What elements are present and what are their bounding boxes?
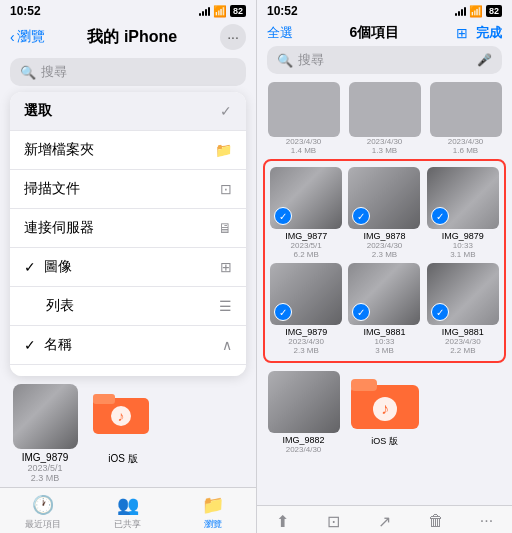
- left-thumb-ios: ♪: [91, 384, 156, 449]
- selected-size-5: 3 MB: [375, 346, 394, 355]
- selected-file-6[interactable]: ✓ IMG_9881 2023/4/30 2.2 MB: [426, 263, 500, 355]
- selected-size-1: 6.2 MB: [293, 250, 318, 259]
- tab-browse[interactable]: 📁 瀏覽: [171, 494, 256, 531]
- check-overlay-3: ✓: [431, 207, 449, 225]
- search-bar-left[interactable]: 🔍 搜尋: [10, 58, 246, 86]
- selected-file-2[interactable]: ✓ IMG_9878 2023/4/30 2.3 MB: [347, 167, 421, 259]
- more-icon: ···: [480, 512, 493, 530]
- search-placeholder-left: 搜尋: [41, 63, 67, 81]
- menu-item-connect[interactable]: 連接伺服器 🖥: [10, 209, 246, 248]
- top-file-3[interactable]: 2023/4/30 1.6 MB: [427, 82, 504, 155]
- status-icons-left: 📶 82: [199, 5, 246, 18]
- selected-size-2: 2.3 MB: [372, 250, 397, 259]
- more-button[interactable]: ···: [220, 24, 246, 50]
- time-left: 10:52: [10, 4, 41, 18]
- left-file-img9879[interactable]: IMG_9879 2023/5/1 2.3 MB: [10, 384, 80, 483]
- left-file-ios[interactable]: ♪ iOS 版: [88, 384, 158, 483]
- status-bar-left: 10:52 📶 82: [0, 0, 256, 20]
- check-overlay-1: ✓: [274, 207, 292, 225]
- left-thumb-img9879: [13, 384, 78, 449]
- move-icon: ↗: [378, 512, 391, 531]
- top-file-1-size: 1.4 MB: [291, 146, 316, 155]
- grid-view-icon[interactable]: ⊞: [456, 25, 468, 41]
- tab-shared[interactable]: 👥 已共享: [85, 494, 170, 531]
- selected-file-4[interactable]: ✓ IMG_9879 2023/4/30 2.3 MB: [269, 263, 343, 355]
- toolbar-delete[interactable]: 🗑: [410, 512, 461, 531]
- svg-text:♪: ♪: [117, 408, 124, 424]
- menu-item-type[interactable]: 種類: [10, 365, 246, 376]
- circle-check-icon: ✓: [220, 103, 232, 119]
- top-file-2-size: 1.3 MB: [372, 146, 397, 155]
- top-file-1[interactable]: 2023/4/30 1.4 MB: [265, 82, 342, 155]
- right-bottom-file-1[interactable]: IMG_9882 2023/4/30: [265, 371, 342, 454]
- menu-new-folder-label: 新增檔案夾: [24, 141, 215, 159]
- right-toolbar: ⬆ ⊡ ↗ 🗑 ···: [257, 505, 512, 533]
- check-overlay-2: ✓: [352, 207, 370, 225]
- right-bottom-file-ios[interactable]: ♪ iOS 版: [346, 371, 423, 454]
- menu-item-list[interactable]: 列表 ☰: [10, 287, 246, 326]
- left-file-name-img9879: IMG_9879: [22, 452, 69, 463]
- search-icon-right: 🔍: [277, 53, 293, 68]
- toolbar-share[interactable]: ⬆: [257, 512, 308, 531]
- battery-icon: 82: [230, 5, 246, 17]
- left-header: ‹ 瀏覽 我的 iPhone ···: [0, 20, 256, 56]
- search-icon-left: 🔍: [20, 65, 36, 80]
- menu-item-name[interactable]: ✓ 名稱 ∧: [10, 326, 246, 365]
- chevron-left-icon: ‹: [10, 29, 15, 45]
- mic-icon: 🎤: [477, 53, 492, 67]
- right-bottom-thumb-ios: ♪: [349, 371, 421, 433]
- search-bar-right[interactable]: 🔍 搜尋 🎤: [267, 46, 502, 74]
- toolbar-move[interactable]: ↗: [359, 512, 410, 531]
- top-file-3-size: 1.6 MB: [453, 146, 478, 155]
- menu-image-label: 圖像: [44, 258, 220, 276]
- copy-icon: ⊡: [327, 512, 340, 531]
- selected-file-1[interactable]: ✓ IMG_9877 2023/5/1 6.2 MB: [269, 167, 343, 259]
- menu-item-select[interactable]: 選取 ✓: [10, 92, 246, 131]
- selected-date-3: 10:33: [453, 241, 473, 250]
- left-bottom-files: IMG_9879 2023/5/1 2.3 MB ♪ iOS 版: [0, 376, 256, 487]
- selected-file-5[interactable]: ✓ IMG_9881 10:33 3 MB: [347, 263, 421, 355]
- right-bottom-thumb-1: [268, 371, 340, 433]
- folder-icon-svg-right: ♪: [349, 371, 421, 433]
- menu-item-new-folder[interactable]: 新增檔案夾 📁: [10, 131, 246, 170]
- tab-recent[interactable]: 🕐 最近項目: [0, 494, 85, 531]
- search-placeholder-right: 搜尋: [298, 51, 324, 69]
- folder-icon-svg: ♪: [91, 384, 151, 439]
- check-overlay-5: ✓: [352, 303, 370, 321]
- menu-container: 選取 ✓ 新增檔案夾 📁 掃描文件 ⊡ 連接伺服器 🖥 ✓ 圖像 ⊞ 列表 ☰ …: [10, 92, 246, 376]
- monitor-icon: 🖥: [218, 220, 232, 236]
- selected-name-1: IMG_9877: [285, 231, 327, 241]
- top-thumb-3: [430, 82, 502, 137]
- selected-name-2: IMG_9878: [363, 231, 405, 241]
- selected-name-6: IMG_9881: [442, 327, 484, 337]
- folder-badge-icon: 📁: [215, 142, 232, 158]
- battery-icon-right: 82: [486, 5, 502, 17]
- right-title: 6個項目: [293, 24, 456, 42]
- menu-item-scan[interactable]: 掃描文件 ⊡: [10, 170, 246, 209]
- top-file-2[interactable]: 2023/4/30 1.3 MB: [346, 82, 423, 155]
- check-name-icon: ✓: [24, 337, 36, 353]
- selected-date-2: 2023/4/30: [367, 241, 403, 250]
- selected-file-3[interactable]: ✓ IMG_9879 10:33 3.1 MB: [426, 167, 500, 259]
- status-bar-right: 10:52 📶 82: [257, 0, 512, 20]
- menu-item-image[interactable]: ✓ 圖像 ⊞: [10, 248, 246, 287]
- menu-list-label: 列表: [24, 297, 219, 315]
- right-bottom-date-1: 2023/4/30: [286, 445, 322, 454]
- toolbar-copy[interactable]: ⊡: [308, 512, 359, 531]
- selected-grid: ✓ IMG_9877 2023/5/1 6.2 MB ✓ IMG_9878 20…: [269, 165, 500, 357]
- tab-recent-label: 最近項目: [25, 518, 61, 531]
- left-panel: 10:52 📶 82 ‹ 瀏覽 我的 iPhone ··· 🔍 搜尋: [0, 0, 256, 533]
- svg-rect-5: [351, 379, 377, 391]
- selected-name-3: IMG_9879: [442, 231, 484, 241]
- toolbar-more[interactable]: ···: [461, 512, 512, 531]
- list-icon: ☰: [219, 298, 232, 314]
- selected-size-4: 2.3 MB: [293, 346, 318, 355]
- back-button[interactable]: ‹ 瀏覽: [10, 28, 45, 46]
- check-icon: ✓: [24, 259, 36, 275]
- wifi-icon-right: 📶: [469, 5, 483, 18]
- menu-connect-label: 連接伺服器: [24, 219, 218, 237]
- selected-thumb-5: ✓: [348, 263, 420, 325]
- menu-type-label: 種類: [24, 375, 232, 376]
- done-button[interactable]: 完成: [476, 24, 502, 42]
- select-all-button[interactable]: 全選: [267, 24, 293, 42]
